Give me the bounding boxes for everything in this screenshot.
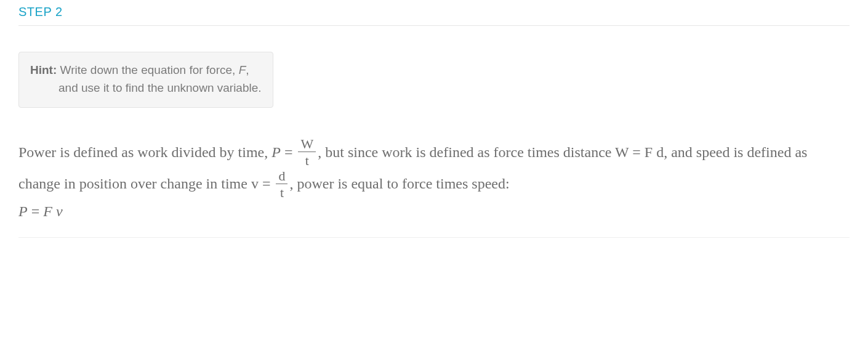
hint-label: Hint: — [30, 63, 57, 76]
body-seg4: , power is equal to force times speed: — [289, 176, 509, 192]
var-F: F — [645, 144, 653, 160]
body-seg1: Power is defined as work divided by time… — [18, 144, 271, 160]
hint-line1-tail: , — [246, 63, 249, 76]
eq-F: F — [43, 203, 52, 219]
hint-line1: Write down the equation for force, — [60, 63, 239, 76]
fraction-d-over-t: dt — [276, 169, 287, 200]
var-W: W — [615, 144, 629, 160]
frac1-num: W — [298, 137, 316, 152]
hint-line2: and use it to find the unknown variable. — [30, 79, 262, 97]
hint-box: Hint: Write down the equation for force,… — [18, 52, 273, 108]
var-P: P — [271, 144, 281, 160]
var-d: d — [656, 144, 664, 160]
frac2-den: t — [276, 184, 287, 200]
hint-var-f: F — [239, 63, 246, 76]
eq2: = — [629, 144, 645, 160]
eq-P: P — [18, 203, 28, 219]
step-heading: STEP 2 — [18, 5, 850, 19]
frac1-den: t — [298, 152, 316, 168]
eq3: = — [259, 176, 275, 192]
frac2-num: d — [276, 169, 287, 184]
divider-bottom — [18, 237, 850, 238]
eq1: = — [281, 144, 297, 160]
body-seg2: , but since work is defined as force tim… — [318, 144, 615, 160]
fraction-W-over-t: Wt — [298, 137, 316, 168]
eq-equals: = — [28, 203, 44, 219]
var-v: v — [251, 176, 259, 192]
explanation-paragraph: Power is defined as work divided by time… — [18, 137, 850, 201]
step-panel: STEP 2 Hint: Write down the equation for… — [0, 0, 868, 249]
result-equation: P = F v — [18, 203, 850, 220]
eq-v: v — [56, 203, 63, 219]
divider-top — [18, 25, 850, 26]
